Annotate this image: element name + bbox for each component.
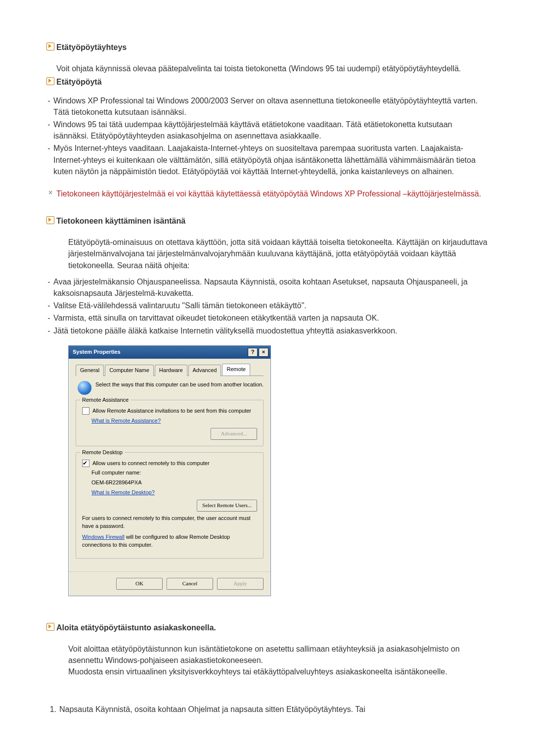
remote-desktop-checkbox-row[interactable]: Allow users to connect remotely to this … [82, 460, 257, 468]
dialog-body: General Computer Name Hardware Advanced … [69, 359, 270, 571]
icon-gutter: × [44, 188, 56, 196]
tab-strip: General Computer Name Hardware Advanced … [76, 364, 264, 376]
icon-gutter [44, 42, 56, 50]
tab-computer-name[interactable]: Computer Name [105, 365, 154, 376]
page-heading: Etätyöpöytäyhteys [56, 42, 490, 53]
list-item: Windows XP Professional tai Windows 2000… [44, 95, 490, 118]
remote-desktop-link-row: What is Remote Desktop? [91, 489, 257, 497]
apply-button[interactable]: Apply [217, 578, 264, 590]
windows-firewall-link[interactable]: Windows Firewall [82, 534, 125, 540]
list-item-text: Jätä tietokone päälle äläkä katkaise Int… [53, 325, 398, 336]
list-item: Varmista, että sinulla on tarvittavat oi… [44, 312, 490, 324]
dialog-header-row: Select the ways that this computer can b… [78, 381, 264, 395]
icon-gutter [44, 76, 56, 85]
full-computer-name-label: Full computer name: [91, 469, 257, 477]
warning-row: × Tietokoneen käyttöjärjestelmää ei voi … [44, 188, 490, 199]
section-3-row: Aloita etätyöpöytäistunto asiakaskoneell… [44, 622, 490, 633]
remote-assistance-checkbox-label: Allow Remote Assistance invitations to b… [92, 407, 251, 415]
section-3-paragraph-1: Voit aloittaa etätyöpöytäistunnon kun is… [44, 643, 490, 666]
icon-gutter [44, 215, 56, 224]
list-item: Jätä tietokone päälle äläkä katkaise Int… [44, 325, 490, 336]
section-2-row: Tietokoneen käyttäminen isäntänä [44, 215, 490, 227]
list-item-text: Windows XP Professional tai Windows 2000… [53, 95, 490, 118]
help-button[interactable]: ? [248, 348, 258, 357]
dialog-button-bar: OK Cancel Apply [69, 571, 270, 596]
heading-row: Etätyöpöytäyhteys [44, 42, 490, 53]
x-icon: × [47, 189, 54, 196]
remote-assistance-link-row: What is Remote Assistance? [82, 417, 257, 425]
dialog-title: System Properties [73, 348, 121, 356]
list-item-text: Myös Internet-yhteys vaaditaan. Laajakai… [53, 142, 490, 177]
dialog-header-text: Select the ways that this computer can b… [95, 381, 264, 389]
dialog-titlebar: System Properties ? × [69, 346, 270, 359]
checkbox-icon[interactable] [82, 407, 89, 415]
section-2-title: Tietokoneen käyttäminen isäntänä [56, 215, 490, 227]
step-1-row: 1. Napsauta Käynnistä, osoita kohtaan Oh… [44, 704, 490, 715]
icon-gutter [44, 622, 56, 631]
select-remote-users-button[interactable]: Select Remote Users... [197, 500, 257, 512]
system-properties-dialog: System Properties ? × General Computer N… [68, 345, 271, 596]
close-button[interactable]: × [259, 348, 268, 357]
remote-desktop-group: Remote Desktop Allow users to connect re… [76, 452, 264, 559]
cancel-button[interactable]: Cancel [167, 578, 213, 590]
section-1-title: Etätyöpöytä [56, 76, 490, 88]
remote-desktop-checkbox-label: Allow users to connect remotely to this … [92, 460, 210, 468]
section-1-list: Windows XP Professional tai Windows 2000… [44, 95, 490, 177]
remote-assistance-button-row: Advanced... [82, 428, 257, 440]
list-item-text: Valitse Etä-välilehdessä valintaruutu "S… [53, 300, 307, 311]
advanced-button[interactable]: Advanced... [211, 428, 257, 440]
remote-desktop-legend: Remote Desktop [80, 449, 125, 457]
firewall-note: Windows Firewall will be configured to a… [82, 533, 257, 549]
ok-button[interactable]: OK [116, 578, 163, 590]
step-number: 1. [44, 704, 59, 715]
titlebar-buttons: ? × [248, 348, 268, 357]
remote-desktop-link[interactable]: What is Remote Desktop? [91, 489, 155, 495]
section-3-paragraph-2: Muodosta ensin virtuaalinen yksityisverk… [44, 666, 490, 677]
tab-advanced[interactable]: Advanced [188, 365, 222, 376]
remote-assistance-legend: Remote Assistance [80, 396, 131, 404]
list-item: Windows 95 tai tätä uudempaa käyttöjärje… [44, 119, 490, 142]
play-icon [46, 216, 54, 224]
globe-icon [78, 381, 91, 395]
tab-remote[interactable]: Remote [222, 364, 250, 376]
step-1-text: Napsauta Käynnistä, osoita kohtaan Ohjel… [59, 704, 490, 715]
warning-text: Tietokoneen käyttöjärjestelmää ei voi kä… [56, 188, 490, 199]
list-item-text: Varmista, että sinulla on tarvittavat oi… [53, 312, 379, 324]
section-2-list: Avaa järjestelmäkansio Ohjauspaneelissa.… [44, 276, 490, 336]
tab-hardware[interactable]: Hardware [155, 365, 187, 376]
remote-assistance-group: Remote Assistance Allow Remote Assistanc… [76, 400, 264, 446]
play-icon [46, 77, 54, 85]
intro-paragraph: Voit ohjata käynnissä olevaa päätepalvel… [44, 63, 490, 74]
remote-assistance-link[interactable]: What is Remote Assistance? [91, 418, 161, 424]
list-item: Myös Internet-yhteys vaaditaan. Laajakai… [44, 142, 490, 177]
play-icon [46, 623, 54, 631]
list-item-text: Windows 95 tai tätä uudempaa käyttöjärje… [53, 119, 490, 142]
list-item: Avaa järjestelmäkansio Ohjauspaneelissa.… [44, 276, 490, 299]
section-3-title: Aloita etätyöpöytäistunto asiakaskoneell… [56, 622, 490, 633]
full-computer-name-value: OEM-6R228964PXA [91, 479, 257, 487]
list-item-text: Avaa järjestelmäkansio Ohjauspaneelissa.… [53, 276, 490, 299]
list-item: Valitse Etä-välilehdessä valintaruutu "S… [44, 300, 490, 311]
remote-desktop-button-row: Select Remote Users... [82, 500, 257, 512]
remote-desktop-note: For users to connect remotely to this co… [82, 515, 257, 530]
remote-assistance-checkbox-row[interactable]: Allow Remote Assistance invitations to b… [82, 407, 257, 415]
checkbox-icon[interactable] [82, 460, 89, 467]
tab-general[interactable]: General [76, 365, 104, 376]
section-2-paragraph: Etätyöpöytä-ominaisuus on otettava käytt… [44, 236, 490, 271]
play-icon [46, 43, 54, 50]
section-1-row: Etätyöpöytä [44, 76, 490, 88]
